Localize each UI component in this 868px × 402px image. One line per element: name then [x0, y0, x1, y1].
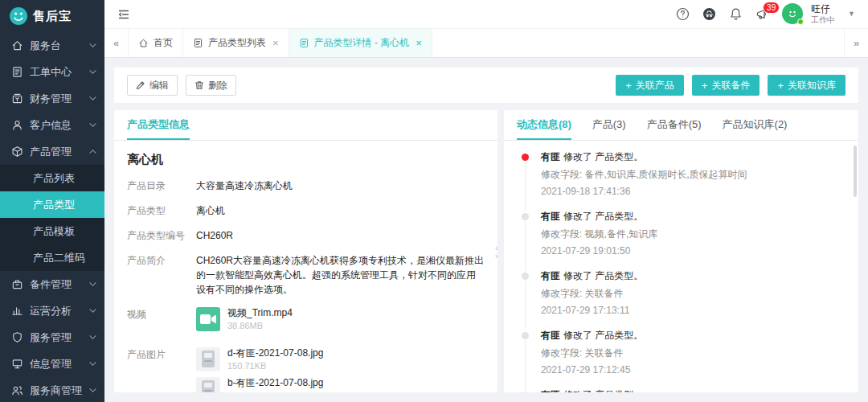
edit-button[interactable]: 编辑	[127, 75, 178, 96]
user-menu[interactable]: 旺仔 工作中	[811, 3, 835, 24]
delete-button[interactable]: 删除	[186, 75, 236, 96]
sidebar-item-customer-info[interactable]: 客户信息	[0, 112, 104, 138]
toolbar-actions: +关联产品+关联备件+关联知识库	[608, 75, 845, 96]
field-label: 视频	[127, 307, 196, 337]
page-tab[interactable]: 首页	[129, 29, 183, 57]
page-tab[interactable]: 产品类型列表×	[183, 29, 289, 57]
activity-item: 有匪修改了 产品类型。修改字段: 关联备件2021-07-29 17:13:11	[504, 269, 858, 329]
scrollbar[interactable]	[854, 146, 857, 197]
brand-logo-icon	[10, 7, 27, 25]
file-item[interactable]: b-有匪-2021-07-08.jpg199.87KB	[196, 377, 485, 392]
action-button-label: 关联产品	[636, 79, 674, 92]
activity-action: 修改了 产品类型。	[563, 270, 643, 281]
collapse-sidebar-icon[interactable]	[117, 8, 130, 21]
page-tabs: 首页产品类型列表×产品类型详情 - 离心机×	[129, 29, 432, 57]
sidebar-item-spare-parts[interactable]: 备件管理	[0, 271, 104, 297]
sidebar-item-label: 客户信息	[30, 118, 89, 133]
field-value-files: d-有匪-2021-07-08.jpg150.71KBb-有匪-2021-07-…	[196, 347, 485, 392]
chevron-down-icon	[89, 360, 96, 367]
home-icon	[11, 39, 23, 51]
tab-product-type-info[interactable]: 产品类型信息	[127, 110, 190, 140]
sidebar-item-label: 服务商管理	[30, 384, 89, 398]
sidebar-subitem[interactable]: 产品模板	[0, 218, 104, 244]
chevron-down-icon	[89, 95, 96, 102]
incognito-icon[interactable]	[702, 7, 716, 21]
delete-button-label: 删除	[208, 79, 227, 92]
sidebar-subitem[interactable]: 产品类型	[0, 191, 104, 218]
edit-button-label: 编辑	[149, 79, 169, 92]
activity-user: 有匪	[541, 211, 560, 222]
sidebar-item-provider-mgmt[interactable]: 服务商管理	[0, 377, 104, 402]
sidebar-item-operation-analysis[interactable]: 运营分析	[0, 297, 104, 324]
action-button-label: 关联备件	[711, 79, 750, 92]
sidebar-item-info-mgmt[interactable]: 信息管理	[0, 351, 104, 377]
activity-tab-0[interactable]: 动态信息(8)	[517, 110, 571, 140]
chevron-down-icon	[89, 281, 96, 288]
close-icon[interactable]: ×	[416, 37, 422, 49]
link-action-button-1[interactable]: +关联备件	[692, 75, 760, 96]
topbar-actions: 39 旺仔 工作中 ▼	[676, 3, 855, 24]
tabs-scroll-right-icon[interactable]: »	[844, 29, 868, 57]
sidebar-item-product-mgmt[interactable]: 产品管理	[0, 138, 104, 165]
panel-split-handle[interactable]: ‹›	[495, 244, 498, 260]
file-size: 199.87KB	[227, 390, 323, 392]
shield-icon	[11, 331, 23, 343]
product-type-info-header: 产品类型信息	[114, 110, 497, 141]
chevron-down-icon[interactable]: ▼	[848, 10, 855, 18]
sidebar-subitem[interactable]: 产品二维码	[0, 244, 104, 271]
activity-user: 有匪	[541, 330, 560, 341]
file-item[interactable]: d-有匪-2021-07-08.jpg150.71KB	[196, 347, 485, 371]
announcement-icon[interactable]: 39	[755, 7, 769, 21]
activity-action: 修改了 产品类型。	[563, 211, 643, 222]
bell-icon[interactable]	[729, 7, 743, 21]
activity-tab-2[interactable]: 产品备件(5)	[647, 110, 702, 140]
activity-tab-1[interactable]: 产品(3)	[592, 110, 626, 140]
sidebar-item-label: 备件管理	[30, 277, 89, 292]
chevron-down-icon	[89, 42, 96, 49]
field-value: CH260R大容量高速冷冻离心机获得多项专利技术，是湘仪最新推出的一款智能型高效…	[196, 253, 485, 297]
chevron-down-icon	[89, 334, 96, 341]
sidebar-menu: 服务台工单中心财务管理客户信息产品管理产品列表产品类型产品模板产品二维码备件管理…	[0, 32, 104, 402]
sidebar-item-service-desk[interactable]: 服务台	[0, 32, 104, 59]
sidebar-item-label: 服务管理	[30, 330, 89, 345]
activity-time: 2021-07-29 19:01:50	[541, 245, 845, 256]
tab-bar: « 首页产品类型列表×产品类型详情 - 离心机× »	[104, 29, 868, 58]
users-icon	[11, 384, 23, 396]
sidebar-item-service-mgmt[interactable]: 服务管理	[0, 324, 104, 351]
timeline-dot	[522, 392, 529, 392]
field-value-files: 视频_Trim.mp438.86MB	[196, 307, 485, 337]
file-item[interactable]: 视频_Trim.mp438.86MB	[196, 307, 485, 331]
sidebar-subitem[interactable]: 产品列表	[0, 165, 104, 191]
avatar[interactable]	[782, 3, 803, 24]
tabs-scroll-left-icon[interactable]: «	[104, 29, 129, 57]
sidebar-item-label: 财务管理	[30, 92, 89, 106]
timeline-dot	[522, 332, 529, 339]
close-icon[interactable]: ×	[272, 37, 279, 49]
tab-label: 产品类型详情 - 离心机	[314, 36, 410, 50]
link-action-button-0[interactable]: +关联产品	[616, 75, 684, 96]
app-window: 售后宝 服务台工单中心财务管理客户信息产品管理产品列表产品类型产品模板产品二维码…	[0, 0, 868, 402]
tab-label: 首页	[154, 36, 173, 50]
activity-item: 有匪修改了 产品类型。修改字段: 关联备件2021-07-29 17:12:45	[504, 329, 858, 388]
image-thumbnail	[196, 377, 220, 392]
activity-summary: 有匪修改了 产品类型。	[541, 150, 845, 164]
activity-tab-3[interactable]: 产品知识库(2)	[723, 110, 788, 140]
sidebar-item-label: 工单中心	[30, 65, 89, 80]
notification-badge: 39	[763, 2, 780, 14]
field-row: 产品简介CH260R大容量高速冷冻离心机获得多项专利技术，是湘仪最新推出的一款智…	[127, 253, 485, 297]
help-icon[interactable]	[676, 7, 690, 21]
field-value: 离心机	[196, 203, 485, 218]
cube-icon	[11, 146, 23, 158]
link-action-button-2[interactable]: +关联知识库	[768, 75, 845, 96]
activity-item: 有匪修改了 产品类型。修改字段: 关联备件2021-07-29 17:11:43	[504, 388, 858, 392]
toolbar: 编辑 删除 +关联产品+关联备件+关联知识库	[114, 68, 858, 103]
field-row: 产品类型离心机	[127, 203, 485, 218]
action-button-label: 关联知识库	[788, 79, 836, 92]
sidebar-item-work-order-center[interactable]: 工单中心	[0, 59, 104, 85]
chevron-down-icon	[89, 121, 96, 129]
field-label: 产品图片	[127, 347, 196, 392]
page-tab[interactable]: 产品类型详情 - 离心机×	[289, 29, 432, 57]
sidebar-item-finance[interactable]: 财务管理	[0, 85, 104, 112]
brand-name: 售后宝	[33, 9, 72, 24]
file-size: 38.86MB	[227, 320, 293, 331]
